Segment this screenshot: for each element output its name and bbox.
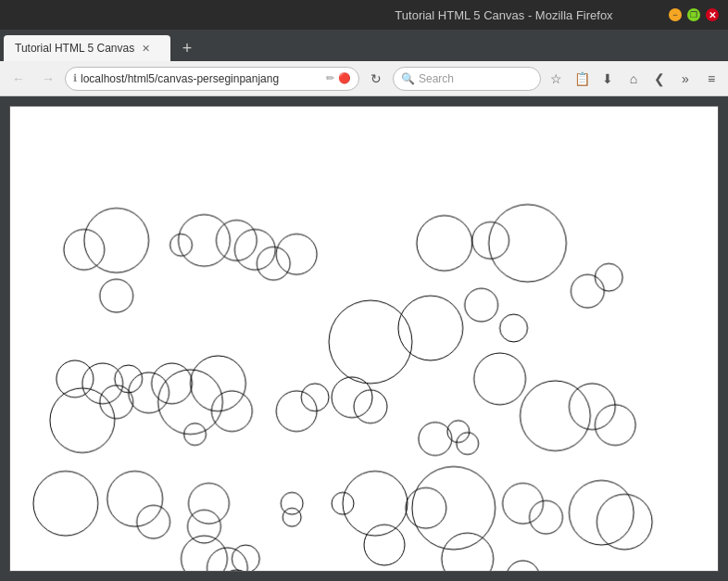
address-text: localhost/html5/canvas-perseginpanjang (81, 72, 322, 85)
restore-button[interactable]: ❐ (687, 8, 700, 21)
minimize-button[interactable]: − (669, 8, 682, 21)
reader-button[interactable]: 📋 (571, 68, 593, 90)
canvas-area (9, 106, 719, 572)
more-button[interactable]: » (674, 68, 697, 90)
tab-close-button[interactable]: ✕ (142, 43, 150, 55)
search-icon: 🔍 (401, 72, 415, 85)
active-tab[interactable]: Tutorial HTML 5 Canvas ✕ (4, 35, 170, 61)
main-content (0, 96, 728, 581)
ubuntu-icon: 🔴 (338, 72, 351, 84)
download-button[interactable]: ⬇ (596, 68, 619, 90)
new-tab-button[interactable]: + (174, 35, 200, 61)
pocket-button[interactable]: ❮ (648, 68, 671, 90)
back-button[interactable]: ← (6, 66, 31, 92)
window-title: Tutorial HTML 5 Canvas - Mozilla Firefox (339, 8, 669, 22)
html5-canvas[interactable] (10, 107, 718, 571)
search-bar[interactable]: 🔍 Search (393, 67, 541, 91)
nav-bar: ← → ℹ localhost/html5/canvas-perseginpan… (0, 61, 728, 96)
tab-bar: Tutorial HTML 5 Canvas ✕ + (0, 30, 728, 61)
forward-button[interactable]: → (35, 66, 61, 92)
reload-button[interactable]: ↻ (363, 66, 389, 92)
home-button[interactable]: ⌂ (622, 68, 645, 90)
title-bar: Tutorial HTML 5 Canvas - Mozilla Firefox… (0, 0, 728, 30)
bookmark-button[interactable]: ☆ (545, 68, 567, 90)
address-bar[interactable]: ℹ localhost/html5/canvas-perseginpanjang… (65, 67, 359, 91)
info-icon: ℹ (73, 72, 77, 84)
search-placeholder: Search (419, 72, 454, 85)
menu-button[interactable]: ≡ (700, 68, 722, 90)
edit-icon: ✏ (326, 72, 334, 84)
tab-label: Tutorial HTML 5 Canvas (15, 42, 134, 55)
close-button[interactable]: ✕ (706, 8, 719, 21)
